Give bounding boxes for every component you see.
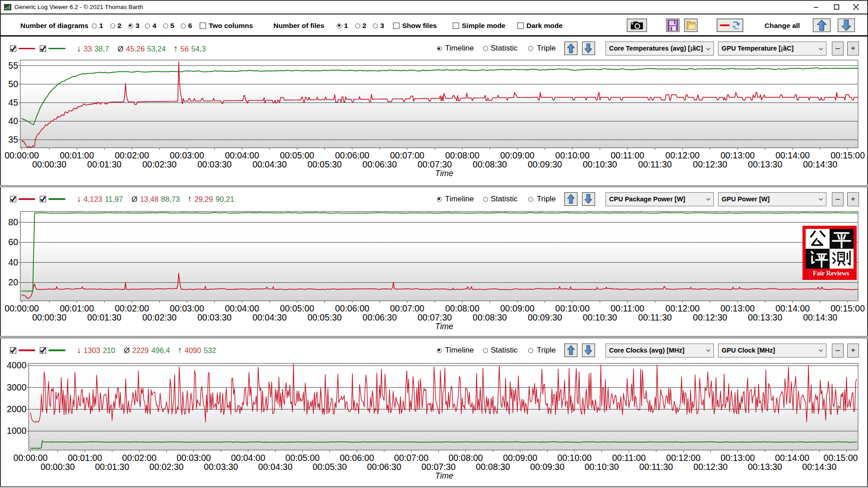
svg-text:Fair Reviews: Fair Reviews — [813, 270, 849, 277]
